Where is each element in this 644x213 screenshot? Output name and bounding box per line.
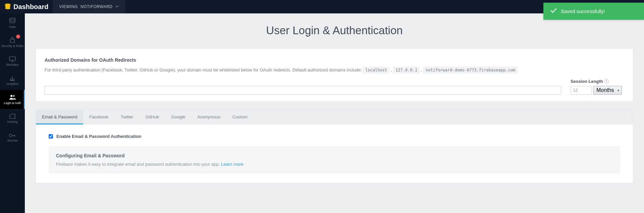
tab-label: GitHub bbox=[146, 114, 159, 119]
config-desc-text: Firebase makes it easy to integrate emai… bbox=[56, 162, 221, 167]
tab-label: Anonymous bbox=[197, 114, 220, 119]
svg-rect-5 bbox=[10, 39, 14, 43]
sidebar-item-simulator[interactable]: Simulator bbox=[0, 52, 25, 71]
tab-custom[interactable]: Custom bbox=[226, 110, 254, 124]
authorized-domains-title: Authorized Domains for OAuth Redirects bbox=[45, 57, 624, 63]
help-icon[interactable]: ? bbox=[604, 79, 609, 84]
session-length-input[interactable] bbox=[571, 86, 592, 95]
auth-providers-panel: Email & Password Facebook Twitter GitHub… bbox=[36, 110, 633, 183]
code-localhost: localhost bbox=[363, 67, 389, 73]
toast-message: Saved successfully! bbox=[561, 8, 605, 14]
svg-point-8 bbox=[13, 95, 15, 97]
tab-github[interactable]: GitHub bbox=[140, 110, 165, 124]
alert-badge: ! bbox=[16, 35, 20, 39]
viewing-prefix: VIEWING bbox=[59, 4, 78, 9]
brand[interactable]: Dashboard bbox=[0, 0, 53, 13]
authorized-domains-desc: For third-party authentication (Facebook… bbox=[45, 66, 624, 74]
sidebar-item-label: Security & Rules bbox=[1, 44, 24, 48]
learn-more-link[interactable]: Learn more bbox=[221, 162, 243, 167]
sidebar-item-data[interactable]: Data bbox=[0, 13, 25, 33]
tab-anonymous[interactable]: Anonymous bbox=[191, 110, 226, 124]
sidebar-item-secrets[interactable]: Secrets bbox=[0, 128, 25, 147]
tab-facebook[interactable]: Facebook bbox=[83, 110, 114, 124]
enable-email-password-checkbox[interactable] bbox=[49, 134, 53, 139]
chevron-down-icon bbox=[115, 4, 119, 9]
viewing-project: NOTIFORWARD bbox=[80, 4, 113, 9]
page-title: User Login & Authentication bbox=[25, 24, 644, 37]
session-length-label: Session Length ? bbox=[571, 79, 624, 84]
desc-text: For third-party authentication (Facebook… bbox=[45, 67, 363, 72]
sidebar-item-label: Login & Auth bbox=[4, 101, 21, 105]
enable-email-password-row[interactable]: Enable Email & Password Authentication bbox=[49, 134, 620, 139]
success-toast: Saved successfully! bbox=[543, 3, 644, 20]
config-box: Configuring Email & Password Firebase ma… bbox=[49, 146, 620, 173]
tabs-bar: Email & Password Facebook Twitter GitHub… bbox=[36, 110, 633, 124]
authorized-domains-panel: Authorized Domains for OAuth Redirects F… bbox=[36, 48, 633, 102]
main-content: User Login & Authentication Authorized D… bbox=[25, 13, 644, 213]
sidebar-item-security[interactable]: ! Security & Rules bbox=[0, 33, 25, 52]
svg-point-9 bbox=[9, 134, 12, 137]
code-firebaseapp: notiforward-demo-6773.firebaseapp.com bbox=[423, 67, 518, 73]
svg-point-3 bbox=[5, 8, 10, 9]
tab-label: Facebook bbox=[89, 114, 108, 119]
session-length-text: Session Length bbox=[571, 79, 603, 84]
authorized-domain-input[interactable] bbox=[45, 86, 561, 95]
session-length-block: Session Length ? Months bbox=[571, 79, 624, 95]
session-length-unit-select[interactable]: Months bbox=[593, 86, 622, 95]
tab-twitter[interactable]: Twitter bbox=[115, 110, 140, 124]
separator: , bbox=[421, 67, 423, 72]
sidebar-item-label: Secrets bbox=[7, 139, 18, 142]
config-title: Configuring Email & Password bbox=[56, 153, 613, 158]
svg-point-7 bbox=[10, 95, 12, 97]
sidebar-item-hosting[interactable]: Hosting bbox=[0, 109, 25, 128]
brand-label: Dashboard bbox=[13, 3, 48, 11]
svg-point-4 bbox=[10, 18, 15, 19]
sidebar-item-label: Hosting bbox=[7, 120, 18, 123]
sidebar-item-label: Analytics bbox=[6, 82, 18, 86]
sidebar-item-label: Simulator bbox=[6, 63, 19, 66]
tab-body: Enable Email & Password Authentication C… bbox=[36, 124, 633, 183]
code-loopback: 127.0.0.1 bbox=[393, 67, 420, 73]
tab-label: Google bbox=[171, 114, 185, 119]
check-icon bbox=[550, 7, 557, 15]
svg-rect-6 bbox=[9, 57, 15, 60]
tab-label: Twitter bbox=[121, 114, 133, 119]
tab-label: Email & Password bbox=[42, 114, 77, 119]
tab-email-password[interactable]: Email & Password bbox=[36, 110, 83, 124]
sidebar: Data ! Security & Rules Simulator Analyt… bbox=[0, 13, 25, 213]
config-desc: Firebase makes it easy to integrate emai… bbox=[56, 162, 613, 167]
tab-label: Custom bbox=[232, 114, 248, 119]
sidebar-item-label: Data bbox=[9, 25, 15, 29]
database-stack-icon bbox=[5, 3, 11, 10]
sidebar-item-analytics[interactable]: Analytics bbox=[0, 71, 25, 90]
sidebar-item-login-auth[interactable]: Login & Auth bbox=[0, 90, 25, 109]
project-switcher[interactable]: VIEWING NOTIFORWARD bbox=[53, 0, 125, 13]
enable-label: Enable Email & Password Authentication bbox=[56, 134, 141, 139]
tab-google[interactable]: Google bbox=[165, 110, 191, 124]
